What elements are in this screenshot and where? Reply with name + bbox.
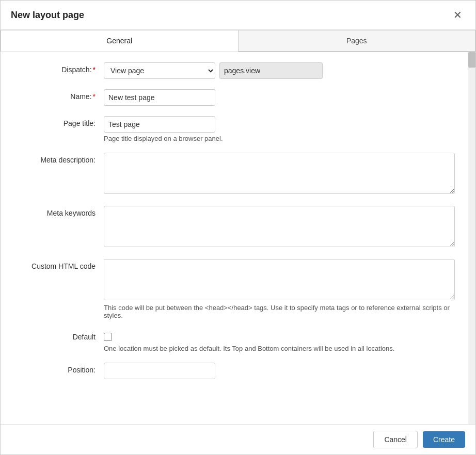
cancel-button[interactable]: Cancel [373, 431, 418, 448]
default-group: Default One location must be picked as d… [11, 330, 458, 352]
default-checkbox[interactable] [104, 333, 112, 341]
dispatch-required: * [93, 66, 96, 74]
name-input[interactable] [104, 89, 215, 106]
page-title-input[interactable] [104, 116, 215, 133]
meta-keywords-textarea[interactable] [104, 206, 455, 247]
custom-html-group: Custom HTML code This code will be put b… [11, 259, 458, 319]
name-field [104, 89, 458, 106]
modal-title: New layout page [11, 10, 84, 21]
page-title-group: Page title: Page title displayed on a br… [11, 116, 458, 142]
modal-dialog: New layout page ✕ General Pages Dispatch… [0, 0, 476, 455]
dispatch-label: Dispatch:* [11, 62, 104, 74]
dispatch-group: Dispatch:* View page pages.view [11, 62, 458, 79]
create-button[interactable]: Create [423, 431, 465, 448]
name-group: Name:* [11, 89, 458, 106]
meta-keywords-group: Meta keywords [11, 206, 458, 249]
scrollbar-thumb[interactable] [468, 52, 475, 68]
dispatch-row: View page pages.view [104, 62, 458, 79]
modal-body: Dispatch:* View page pages.view Name:* [1, 52, 475, 424]
tab-pages[interactable]: Pages [238, 30, 476, 52]
dispatch-value: pages.view [219, 62, 323, 79]
meta-keywords-field [104, 206, 458, 249]
modal-footer: Cancel Create [1, 424, 475, 454]
meta-description-label: Meta description: [11, 153, 104, 164]
meta-description-field [104, 153, 458, 196]
name-required: * [93, 92, 96, 101]
scrollbar-track [468, 52, 475, 424]
position-group: Position: [11, 363, 458, 379]
default-field: One location must be picked as default. … [104, 330, 458, 352]
default-hint: One location must be picked as default. … [104, 345, 458, 352]
meta-keywords-label: Meta keywords [11, 206, 104, 217]
page-title-label: Page title: [11, 116, 104, 127]
custom-html-hint: This code will be put between the <head>… [104, 304, 458, 319]
custom-html-textarea[interactable] [104, 259, 455, 300]
name-label: Name:* [11, 89, 104, 101]
default-label: Default [11, 330, 104, 341]
page-title-field: Page title displayed on a browser panel. [104, 116, 458, 142]
page-title-hint: Page title displayed on a browser panel. [104, 135, 458, 142]
form-content: Dispatch:* View page pages.view Name:* [11, 62, 465, 379]
tab-general[interactable]: General [1, 30, 238, 52]
position-field [104, 363, 458, 379]
tabs-bar: General Pages [1, 30, 475, 52]
modal-header: New layout page ✕ [1, 1, 475, 30]
dispatch-field: View page pages.view [104, 62, 458, 79]
custom-html-label: Custom HTML code [11, 259, 104, 270]
position-input[interactable] [104, 363, 215, 379]
close-button[interactable]: ✕ [450, 9, 465, 21]
meta-description-textarea[interactable] [104, 153, 455, 194]
meta-description-group: Meta description: [11, 153, 458, 196]
position-label: Position: [11, 363, 104, 374]
custom-html-field: This code will be put between the <head>… [104, 259, 458, 319]
dispatch-select[interactable]: View page [104, 62, 215, 79]
